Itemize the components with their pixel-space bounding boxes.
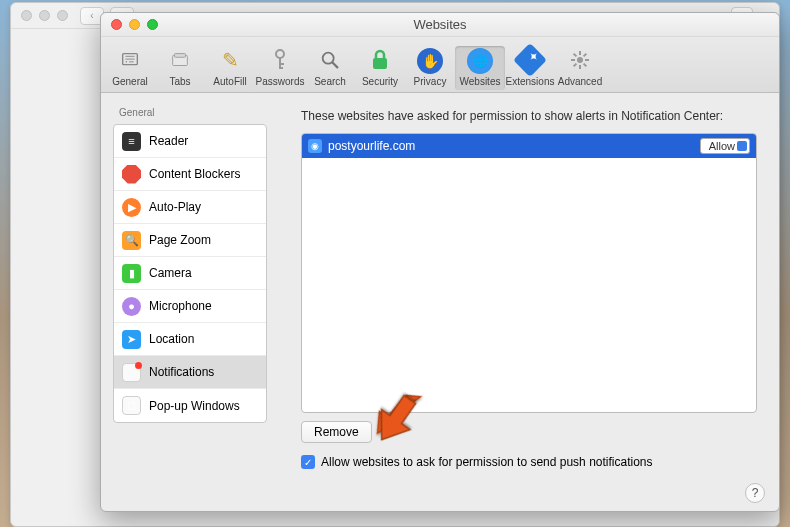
location-icon: ➤ [122,330,141,349]
sidebar-item-page-zoom[interactable]: 🔍 Page Zoom [114,224,266,257]
autofill-icon: ✎ [216,46,244,74]
svg-line-12 [333,63,338,68]
toolbar-label: Tabs [155,76,205,87]
reader-icon: ≡ [122,132,141,151]
content-blockers-icon [122,165,141,184]
remove-button[interactable]: Remove [301,421,372,443]
svg-point-7 [276,50,284,58]
close-window-button[interactable] [111,19,122,30]
sidebar-item-label: Pop-up Windows [149,399,240,413]
popup-icon: ◻ [122,396,141,415]
toolbar-search[interactable]: Search [305,44,355,90]
toolbar-label: Search [305,76,355,87]
svg-line-20 [584,64,587,67]
svg-point-14 [577,57,583,63]
sidebar-item-content-blockers[interactable]: Content Blockers [114,158,266,191]
svg-rect-6 [175,54,186,58]
sidebar-item-auto-play[interactable]: ▶ Auto-Play [114,191,266,224]
svg-rect-8 [279,57,281,67]
toolbar-label: Websites [455,76,505,87]
allow-notifications-checkbox-row[interactable]: ✓ Allow websites to ask for permission t… [301,455,757,469]
extensions-icon: ✦ [516,46,544,74]
outer-max-light [57,10,68,21]
sidebar-item-label: Camera [149,266,192,280]
passwords-icon [266,46,294,74]
autoplay-icon: ▶ [122,198,141,217]
sidebar-item-reader[interactable]: ≡ Reader [114,125,266,158]
website-row[interactable]: ◉ postyourlife.com Allow [302,134,756,158]
sidebar-item-label: Reader [149,134,188,148]
privacy-icon: ✋ [417,48,443,74]
zoom-window-button[interactable] [147,19,158,30]
permission-dropdown[interactable]: Allow [700,138,750,154]
toolbar-general[interactable]: General [105,44,155,90]
sidebar-item-label: Auto-Play [149,200,201,214]
toolbar-advanced[interactable]: Advanced [555,44,605,90]
toolbar-label: Extensions [505,76,555,87]
sidebar-item-label: Microphone [149,299,212,313]
toolbar-tabs[interactable]: Tabs [155,44,205,90]
toolbar-label: General [105,76,155,87]
svg-line-22 [584,54,587,57]
toolbar-label: Security [355,76,405,87]
content-pane: These websites have asked for permission… [279,93,779,511]
site-domain: postyourlife.com [328,139,700,153]
sidebar-item-camera[interactable]: ▮ Camera [114,257,266,290]
checkbox-label: Allow websites to ask for permission to … [321,455,653,469]
preferences-window: Websites General Tabs ✎ AutoFill Passwor… [100,12,780,512]
advanced-icon [566,46,594,74]
permission-value: Allow [709,140,735,152]
help-button[interactable]: ? [745,483,765,503]
toolbar-label: Privacy [405,76,455,87]
outer-min-light [39,10,50,21]
sidebar-item-microphone[interactable]: ● Microphone [114,290,266,323]
sidebar: General ≡ Reader Content Blockers ▶ Auto… [101,93,279,511]
sidebar-item-label: Page Zoom [149,233,211,247]
pref-titlebar: Websites [101,13,779,37]
general-icon [116,46,144,74]
sidebar-item-label: Location [149,332,194,346]
svg-rect-13 [373,58,387,69]
search-icon [316,46,344,74]
svg-rect-9 [279,63,284,65]
sidebar-item-label: Content Blockers [149,167,240,181]
checkbox-checked-icon[interactable]: ✓ [301,455,315,469]
sidebar-item-label: Notifications [149,365,214,379]
sidebar-item-popup-windows[interactable]: ◻ Pop-up Windows [114,389,266,422]
toolbar-extensions[interactable]: ✦ Extensions [505,44,555,90]
camera-icon: ▮ [122,264,141,283]
sidebar-header: General [113,105,267,120]
outer-close-light [21,10,32,21]
toolbar-websites[interactable]: 🌐 Websites [455,46,505,90]
pref-toolbar: General Tabs ✎ AutoFill Passwords Search [101,37,779,93]
toolbar-label: Advanced [555,76,605,87]
svg-line-21 [574,64,577,67]
sidebar-item-location[interactable]: ➤ Location [114,323,266,356]
sidebar-item-notifications[interactable]: Notifications [114,356,266,389]
toolbar-label: Passwords [255,76,305,87]
websites-icon: 🌐 [467,48,493,74]
svg-rect-10 [279,67,283,69]
notifications-icon [122,363,141,382]
security-icon [366,46,394,74]
toolbar-privacy[interactable]: ✋ Privacy [405,46,455,90]
toolbar-autofill[interactable]: ✎ AutoFill [205,44,255,90]
instruction-text: These websites have asked for permission… [301,109,757,123]
website-list[interactable]: ◉ postyourlife.com Allow [301,133,757,413]
toolbar-passwords[interactable]: Passwords [255,44,305,90]
outer-traffic-lights [21,10,68,21]
page-zoom-icon: 🔍 [122,231,141,250]
sidebar-list: ≡ Reader Content Blockers ▶ Auto-Play 🔍 … [113,124,267,423]
tabs-icon [166,46,194,74]
microphone-icon: ● [122,297,141,316]
svg-line-19 [574,54,577,57]
site-favicon-icon: ◉ [308,139,322,153]
svg-point-3 [126,61,127,62]
toolbar-label: AutoFill [205,76,255,87]
toolbar-security[interactable]: Security [355,44,405,90]
minimize-window-button[interactable] [129,19,140,30]
pref-title: Websites [413,17,466,32]
